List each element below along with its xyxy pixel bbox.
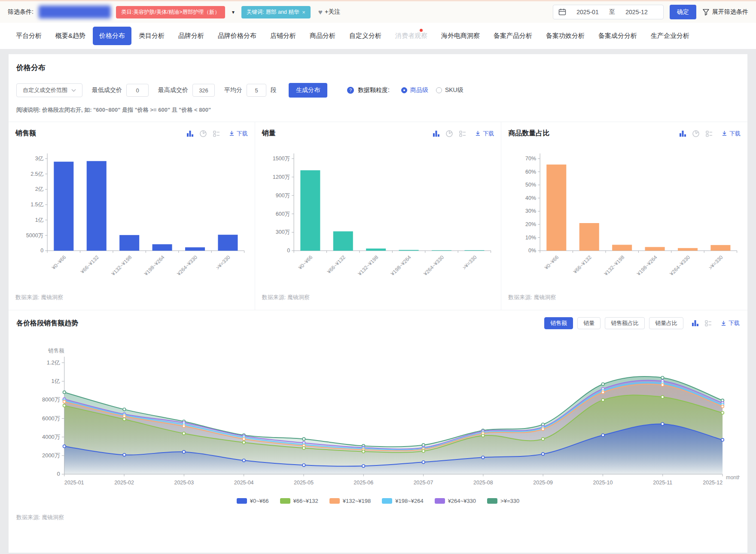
- svg-text:2000万: 2000万: [42, 452, 60, 459]
- sales-bar-chart[interactable]: 05000万1亿1.5亿2亿2.5亿3亿¥0~¥66¥66~¥132¥132~¥…: [15, 147, 248, 292]
- metric-button-2[interactable]: 销量: [577, 317, 601, 329]
- legend-item[interactable]: >¥=330: [487, 498, 519, 504]
- date-end[interactable]: 2025-12: [615, 9, 658, 15]
- svg-text:1亿: 1亿: [35, 217, 44, 223]
- svg-text:¥66~¥132: ¥66~¥132: [326, 254, 347, 275]
- download-button[interactable]: 下载: [475, 130, 494, 138]
- legend-item[interactable]: ¥132~¥198: [329, 498, 371, 504]
- date-range-picker[interactable]: 2025-01 至 2025-12: [553, 5, 664, 19]
- nav-tab-6[interactable]: 品牌价格分布: [211, 27, 263, 45]
- svg-text:300万: 300万: [275, 229, 290, 235]
- svg-text:¥264~¥330: ¥264~¥330: [422, 254, 445, 277]
- nav-tab-4[interactable]: 类目分析: [132, 27, 171, 45]
- remove-keyword-icon[interactable]: ×: [302, 9, 305, 15]
- bar-chart-view-icon[interactable]: [679, 130, 686, 138]
- category-filter-tag[interactable]: 类目:美容护肤/美体/精油>唇部护理（新）: [116, 6, 225, 18]
- section-title: 价格分布: [16, 63, 740, 73]
- pie-chart-view-icon[interactable]: [199, 130, 207, 138]
- expand-filters-button[interactable]: 展开筛选条件: [702, 8, 748, 16]
- download-button[interactable]: 下载: [721, 130, 741, 138]
- date-start[interactable]: 2025-01: [566, 9, 609, 15]
- nav-tab-9[interactable]: 自定义分析: [343, 27, 388, 45]
- granularity-radio[interactable]: SKU级: [436, 86, 463, 94]
- table-view-icon[interactable]: [705, 130, 713, 138]
- min-price-input[interactable]: [126, 84, 149, 97]
- pie-chart-view-icon[interactable]: [445, 130, 453, 138]
- legend-item[interactable]: ¥0~¥66: [237, 498, 269, 504]
- nav-tab-8[interactable]: 商品分析: [303, 27, 342, 45]
- legend-item[interactable]: ¥264~¥330: [435, 498, 476, 504]
- keyword-filter-tag[interactable]: 关键词: 唇部 and 精华 ×: [241, 6, 311, 18]
- nav-tab-7[interactable]: 店铺分析: [264, 27, 302, 45]
- nav-tab-14[interactable]: 备案成分分析: [592, 27, 643, 45]
- radio-icon: [401, 87, 407, 93]
- follow-button[interactable]: ♥ +关注: [318, 8, 340, 16]
- nav-tab-13[interactable]: 备案功效分析: [540, 27, 591, 45]
- svg-text:1.5亿: 1.5亿: [30, 202, 43, 208]
- svg-text:0: 0: [40, 248, 43, 254]
- generate-distribution-button[interactable]: 生成分布: [289, 83, 327, 98]
- nav-tab-10[interactable]: 消费者观察: [389, 27, 434, 45]
- svg-text:2025-04: 2025-04: [234, 480, 254, 486]
- download-button[interactable]: 下载: [720, 319, 740, 327]
- volume-bar-chart[interactable]: 0300万600万900万1200万1500万¥0~¥66¥66~¥132¥13…: [262, 147, 494, 292]
- bar-chart-view-icon[interactable]: [432, 130, 440, 138]
- nav-tab-15[interactable]: 生产企业分析: [644, 27, 696, 45]
- svg-text:2025-08: 2025-08: [473, 480, 493, 486]
- legend-label: ¥66~¥132: [293, 498, 318, 504]
- confirm-button[interactable]: 确定: [670, 5, 696, 19]
- caret-down-icon[interactable]: ▼: [231, 10, 235, 15]
- metric-button-3[interactable]: 销售额占比: [605, 317, 645, 329]
- bar-chart-view-icon[interactable]: [186, 130, 194, 138]
- help-icon[interactable]: ?: [347, 87, 354, 94]
- table-view-icon[interactable]: [704, 319, 712, 327]
- svg-text:2025-03: 2025-03: [174, 480, 194, 486]
- svg-text:60%: 60%: [525, 169, 536, 175]
- category-tag-label: 类目:美容护肤/美体/精油>唇部护理（新）: [121, 9, 220, 16]
- product-share-chart-card: 商品数量占比 下载: [501, 122, 747, 310]
- filter-conditions-label: 筛选条件:: [8, 8, 34, 16]
- max-price-input[interactable]: [192, 84, 215, 97]
- nav-tab-12[interactable]: 备案产品分析: [487, 27, 539, 45]
- svg-text:70%: 70%: [525, 156, 536, 162]
- heart-icon: ♥: [318, 9, 323, 16]
- svg-text:50%: 50%: [525, 182, 536, 188]
- price-trend-area-chart[interactable]: 02000万4000万6000万8000万1亿1.2亿销售额2025-01202…: [16, 341, 740, 492]
- redacted-filter-value[interactable]: [39, 6, 111, 18]
- legend-swatch: [487, 498, 497, 504]
- svg-text:2025-12: 2025-12: [703, 480, 722, 486]
- legend-label: ¥132~¥198: [343, 498, 371, 504]
- svg-text:¥132~¥198: ¥132~¥198: [603, 254, 626, 277]
- sales-chart-card: 销售额 下载: [9, 122, 255, 310]
- table-view-icon[interactable]: [213, 130, 220, 138]
- svg-text:30%: 30%: [525, 208, 536, 214]
- nav-tab-3[interactable]: 价格分布: [93, 27, 131, 45]
- svg-text:1500万: 1500万: [272, 156, 290, 162]
- nav-tab-11[interactable]: 海外电商洞察: [435, 27, 486, 45]
- legend-item[interactable]: ¥198~¥264: [382, 498, 423, 504]
- metric-button-4[interactable]: 销量占比: [649, 317, 683, 329]
- metric-button-1[interactable]: 销售额: [544, 317, 573, 329]
- bar-chart-view-icon[interactable]: [691, 319, 699, 327]
- price-range-select[interactable]: 自定义成交价范围: [16, 83, 82, 97]
- nav-tab-2[interactable]: 概要&趋势: [49, 27, 92, 45]
- download-button[interactable]: 下载: [229, 130, 248, 138]
- nav-tab-1[interactable]: 平台分析: [9, 27, 48, 45]
- legend-label: ¥264~¥330: [448, 498, 476, 504]
- data-source: 数据来源: 魔镜洞察: [262, 294, 494, 301]
- svg-text:¥132~¥198: ¥132~¥198: [110, 254, 133, 277]
- svg-text:2025-11: 2025-11: [653, 480, 672, 486]
- pie-chart-view-icon[interactable]: [692, 130, 700, 138]
- granularity-radio[interactable]: 商品级: [401, 86, 428, 94]
- legend-item[interactable]: ¥66~¥132: [280, 498, 318, 504]
- date-separator: 至: [609, 8, 615, 16]
- svg-text:2025-07: 2025-07: [414, 480, 433, 486]
- split-count-input[interactable]: [247, 84, 266, 97]
- svg-text:2025-01: 2025-01: [64, 480, 84, 486]
- split-unit-label: 段: [271, 86, 277, 94]
- max-price-label: 最高成交价: [158, 86, 188, 94]
- svg-text:0%: 0%: [528, 248, 536, 254]
- product-share-bar-chart[interactable]: 0%10%20%30%40%50%60%70%¥0~¥66¥66~¥132¥13…: [508, 147, 741, 292]
- table-view-icon[interactable]: [459, 130, 466, 138]
- nav-tab-5[interactable]: 品牌分析: [172, 27, 210, 45]
